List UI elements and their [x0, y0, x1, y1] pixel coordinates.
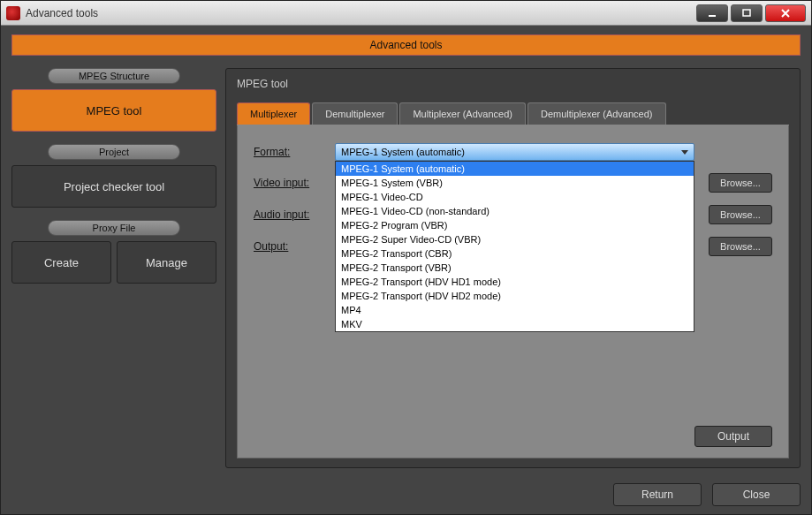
maximize-button[interactable] — [731, 4, 763, 22]
format-dropdown-list[interactable]: MPEG-1 System (automatic)MPEG-1 System (… — [335, 161, 694, 332]
tab-multiplexer-advanced[interactable]: Multiplexer (Advanced) — [399, 102, 526, 125]
mpeg-tool-button[interactable]: MPEG tool — [11, 89, 216, 132]
format-option[interactable]: MPEG-2 Transport (HDV HD1 mode) — [336, 275, 694, 289]
video-input-label: Video input: — [254, 177, 335, 189]
audio-input-label: Audio input: — [254, 208, 335, 221]
format-option[interactable]: MPEG-2 Program (VBR) — [336, 218, 694, 232]
outer-frame: Advanced tools MPEG Structure MPEG tool … — [1, 26, 811, 475]
format-label: Format: — [254, 146, 335, 158]
format-option[interactable]: MP4 — [336, 303, 694, 317]
close-button[interactable]: Close — [712, 483, 801, 506]
svg-rect-0 — [709, 15, 716, 17]
sidebar-pill-project: Project — [48, 144, 180, 160]
titlebar: Advanced tools — [1, 1, 811, 26]
format-option[interactable]: MPEG-1 System (automatic) — [336, 162, 694, 176]
sidebar-pill-proxy-file: Proxy File — [48, 220, 180, 236]
manage-button[interactable]: Manage — [117, 241, 216, 284]
window-title: Advanced tools — [26, 7, 696, 19]
sidebar-group-project: Project Project checker tool — [11, 144, 216, 208]
format-option[interactable]: MPEG-2 Transport (VBR) — [336, 261, 694, 275]
sidebar: MPEG Structure MPEG tool Project Project… — [11, 68, 216, 468]
main-panel: MPEG tool Multiplexer Demultiplexer Mult… — [225, 68, 801, 468]
format-option[interactable]: MPEG-2 Transport (CBR) — [336, 246, 694, 261]
panel-title: MPEG tool — [237, 78, 789, 90]
browse-audio-button[interactable]: Browse... — [709, 205, 772, 224]
tab-demultiplexer[interactable]: Demultiplexer — [312, 102, 398, 125]
output-button[interactable]: Output — [694, 426, 772, 447]
app-window: Advanced tools Advanced tools MPEG Struc… — [0, 0, 812, 515]
tabs: Multiplexer Demultiplexer Multiplexer (A… — [237, 102, 789, 125]
body-row: MPEG Structure MPEG tool Project Project… — [11, 68, 801, 468]
minimize-button[interactable] — [696, 4, 728, 22]
tab-multiplexer[interactable]: Multiplexer — [237, 102, 310, 125]
format-option[interactable]: MPEG-2 Super Video-CD (VBR) — [336, 232, 694, 246]
browse-output-button[interactable]: Browse... — [709, 237, 772, 256]
format-select-value: MPEG-1 System (automatic) — [341, 147, 465, 157]
svg-rect-1 — [743, 10, 750, 16]
sidebar-group-mpeg-structure: MPEG Structure MPEG tool — [11, 68, 216, 132]
sidebar-group-proxy-file: Proxy File Create Manage — [11, 220, 216, 284]
format-option[interactable]: MPEG-1 System (VBR) — [336, 176, 694, 190]
sidebar-pill-mpeg-structure: MPEG Structure — [48, 68, 180, 84]
format-select[interactable]: MPEG-1 System (automatic) — [335, 143, 694, 161]
format-option[interactable]: MPEG-1 Video-CD — [336, 190, 694, 204]
footer: Return Close — [1, 475, 811, 514]
format-option[interactable]: MPEG-2 Transport (HDV HD2 mode) — [336, 289, 694, 303]
tab-demultiplexer-advanced[interactable]: Demultiplexer (Advanced) — [527, 102, 666, 125]
format-row: Format: MPEG-1 System (automatic) — [254, 143, 772, 161]
format-option[interactable]: MPEG-1 Video-CD (non-standard) — [336, 204, 694, 218]
tabpanel-multiplexer: Format: MPEG-1 System (automatic) Video … — [237, 125, 789, 458]
output-label: Output: — [254, 240, 335, 253]
create-button[interactable]: Create — [11, 241, 111, 284]
banner-title: Advanced tools — [11, 34, 801, 56]
format-option[interactable]: MKV — [336, 317, 694, 331]
return-button[interactable]: Return — [613, 483, 702, 506]
project-checker-tool-button[interactable]: Project checker tool — [11, 165, 216, 208]
close-window-button[interactable] — [765, 4, 806, 22]
window-controls — [696, 4, 806, 22]
browse-video-button[interactable]: Browse... — [709, 173, 772, 193]
app-icon — [6, 6, 20, 20]
